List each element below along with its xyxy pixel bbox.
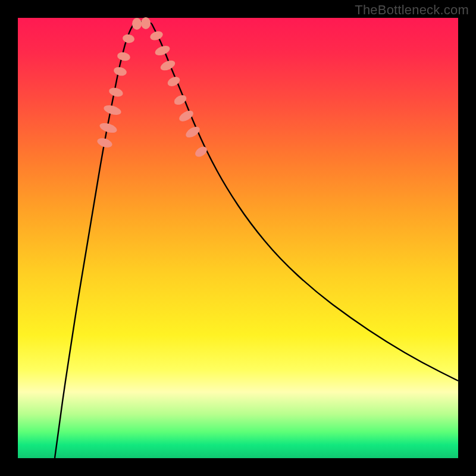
- chart-stage: TheBottleneck.com: [0, 0, 476, 476]
- curve-marker: [132, 18, 142, 30]
- curve-svg: [18, 18, 458, 458]
- curve-marker: [184, 124, 201, 140]
- curve-right: [152, 24, 458, 381]
- curve-marker: [177, 108, 195, 123]
- curve-marker: [103, 104, 123, 117]
- curve-marker: [149, 30, 164, 42]
- curve-left: [55, 24, 134, 458]
- curve-marker: [141, 17, 151, 29]
- curve-marker: [113, 66, 128, 77]
- watermark-text: TheBottleneck.com: [355, 2, 469, 18]
- curve-marker: [117, 51, 131, 62]
- curve-marker: [122, 33, 135, 43]
- plot-area: [18, 18, 458, 458]
- marker-layer: [96, 17, 209, 159]
- curve-marker: [108, 86, 124, 98]
